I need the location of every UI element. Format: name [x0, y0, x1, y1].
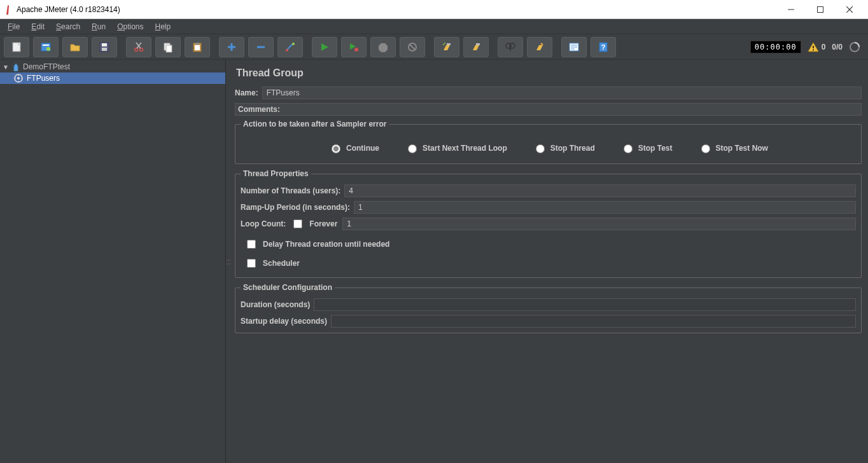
toolbar-status: 00:00:00 0 0/0	[750, 41, 864, 53]
num-threads-input[interactable]	[344, 184, 856, 197]
svg-rect-6	[43, 45, 49, 46]
radio-stop-thread[interactable]: Stop Thread	[533, 142, 595, 153]
duration-input[interactable]	[314, 298, 856, 311]
templates-button[interactable]	[33, 37, 59, 57]
comments-label: Comments:	[238, 105, 280, 114]
start-button[interactable]	[312, 37, 337, 57]
radio-continue-input[interactable]	[332, 144, 340, 153]
tree-expand-icon[interactable]: ▼	[3, 64, 9, 71]
svg-point-34	[510, 43, 515, 48]
svg-text:?: ?	[601, 43, 606, 51]
svg-point-43	[813, 49, 814, 50]
forever-checkbox[interactable]	[293, 219, 302, 228]
threadgroup-icon	[14, 74, 23, 83]
menu-edit[interactable]: Edit	[26, 20, 50, 33]
radio-stop-thread-input[interactable]	[536, 144, 545, 153]
tree-child-ftpusers[interactable]: FTPusers	[0, 73, 225, 84]
test-plan-tree[interactable]: ▼ DemoFTPtest FTPusers	[0, 60, 226, 463]
svg-point-26	[354, 48, 358, 52]
help-button[interactable]: ?	[591, 37, 616, 57]
svg-rect-18	[195, 43, 199, 45]
expand-button[interactable]	[219, 37, 244, 57]
sampler-error-legend: Action to be taken after a Sampler error	[241, 120, 389, 128]
radio-stop-now[interactable]: Stop Test Now	[698, 142, 768, 153]
delay-checkbox-wrap[interactable]: Delay Thread creation until needed	[244, 238, 856, 251]
menu-search[interactable]: Search	[51, 20, 85, 33]
panel-heading: Thread Group	[236, 67, 862, 79]
scheduler-checkbox[interactable]	[247, 259, 256, 268]
svg-point-46	[17, 77, 20, 79]
editor-panel: Thread Group Name: Comments: Action to b…	[231, 60, 868, 463]
menu-help[interactable]: Help	[150, 20, 176, 33]
window-controls	[776, 0, 864, 19]
save-button[interactable]	[92, 37, 117, 57]
warning-count: 0	[822, 43, 826, 52]
name-label: Name:	[235, 88, 258, 97]
paste-button[interactable]	[185, 37, 210, 57]
thread-count: 0/0	[832, 43, 843, 52]
ramp-input[interactable]	[354, 201, 856, 214]
menu-options[interactable]: Options	[112, 20, 148, 33]
svg-rect-4	[13, 43, 20, 52]
forever-checkbox-wrap[interactable]: Forever	[291, 218, 337, 230]
app-window: Apache JMeter (4.0 r1823414) File Edit S…	[0, 0, 868, 463]
loop-count-input[interactable]	[342, 218, 856, 230]
svg-point-25	[286, 49, 288, 52]
app-icon	[4, 4, 13, 15]
stop-button[interactable]	[370, 37, 396, 57]
radio-stop-test-input[interactable]	[624, 144, 633, 153]
radio-continue[interactable]: Continue	[328, 142, 379, 153]
svg-point-30	[443, 44, 444, 45]
start-no-pause-button[interactable]	[341, 37, 367, 57]
running-indicator-icon	[849, 41, 860, 53]
collapse-button[interactable]	[248, 37, 274, 57]
svg-line-28	[410, 45, 415, 50]
function-helper-button[interactable]	[561, 37, 587, 57]
scheduler-checkbox-wrap[interactable]: Scheduler	[244, 257, 856, 270]
clear-button[interactable]	[434, 37, 459, 57]
comments-row[interactable]: Comments:	[235, 103, 862, 116]
warning-icon	[808, 42, 819, 52]
split-resizer[interactable]: ⋮⋮	[226, 60, 231, 463]
minimize-button[interactable]	[776, 0, 806, 19]
thread-properties-group: Thread Properties Number of Threads (use…	[235, 169, 862, 278]
testplan-icon	[11, 62, 20, 71]
radio-stop-now-input[interactable]	[701, 144, 710, 153]
radio-next-loop[interactable]: Start Next Thread Loop	[405, 142, 507, 153]
close-button[interactable]	[835, 0, 864, 19]
svg-point-31	[444, 43, 445, 44]
warning-indicator[interactable]: 0	[808, 42, 826, 52]
search-tree-button[interactable]	[498, 37, 523, 57]
clear-all-button[interactable]	[463, 37, 489, 57]
scheduler-config-group: Scheduler Configuration Duration (second…	[235, 283, 862, 333]
startup-label: Startup delay (seconds)	[241, 317, 327, 326]
svg-rect-29	[447, 43, 451, 45]
svg-rect-32	[476, 43, 480, 45]
shutdown-button[interactable]	[400, 37, 425, 57]
svg-rect-1	[818, 6, 823, 12]
tree-root[interactable]: ▼ DemoFTPtest	[0, 61, 225, 73]
copy-button[interactable]	[155, 37, 181, 57]
reset-search-button[interactable]	[527, 37, 552, 57]
open-button[interactable]	[62, 37, 88, 57]
new-button[interactable]	[4, 37, 29, 57]
radio-stop-test[interactable]: Stop Test	[620, 142, 673, 153]
toggle-button[interactable]	[277, 37, 303, 57]
svg-line-14	[136, 43, 141, 48]
menu-file[interactable]: File	[3, 20, 25, 33]
delay-checkbox[interactable]	[247, 240, 256, 249]
loop-row: Loop Count: Forever	[241, 218, 856, 230]
ramp-row: Ramp-Up Period (in seconds):	[241, 201, 856, 214]
radio-next-loop-input[interactable]	[408, 144, 417, 153]
menu-run[interactable]: Run	[87, 20, 111, 33]
tree-root-label: DemoFTPtest	[23, 62, 70, 71]
cut-button[interactable]	[126, 37, 151, 57]
svg-rect-10	[102, 48, 107, 51]
name-input[interactable]	[262, 86, 862, 99]
titlebar: Apache JMeter (4.0 r1823414)	[0, 0, 868, 19]
maximize-button[interactable]	[806, 0, 835, 19]
num-threads-label: Number of Threads (users):	[241, 186, 340, 195]
main-split: ▼ DemoFTPtest FTPusers ⋮⋮ Thread Group N…	[0, 60, 868, 463]
menubar: File Edit Search Run Options Help	[0, 19, 868, 34]
startup-input[interactable]	[331, 315, 856, 328]
